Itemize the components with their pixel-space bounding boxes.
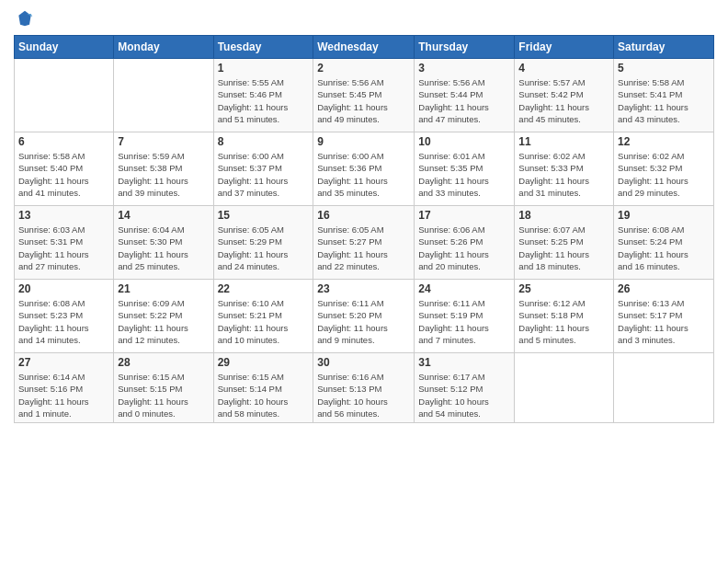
day-info: Sunrise: 6:00 AM Sunset: 5:37 PM Dayligh… <box>218 150 310 199</box>
calendar-cell: 26Sunrise: 6:13 AM Sunset: 5:17 PM Dayli… <box>614 280 714 353</box>
day-number: 31 <box>418 356 510 369</box>
calendar-cell: 17Sunrise: 6:06 AM Sunset: 5:26 PM Dayli… <box>415 206 515 280</box>
col-header-monday: Monday <box>114 36 213 59</box>
day-number: 11 <box>518 135 609 148</box>
day-info: Sunrise: 5:56 AM Sunset: 5:44 PM Dayligh… <box>418 76 510 125</box>
header-row: SundayMondayTuesdayWednesdayThursdayFrid… <box>15 36 714 59</box>
calendar-cell: 11Sunrise: 6:02 AM Sunset: 5:33 PM Dayli… <box>515 132 614 206</box>
day-number: 20 <box>18 282 109 295</box>
calendar-cell: 28Sunrise: 6:15 AM Sunset: 5:15 PM Dayli… <box>114 353 213 423</box>
day-info: Sunrise: 6:06 AM Sunset: 5:26 PM Dayligh… <box>418 224 510 272</box>
page-header <box>14 9 714 28</box>
day-number: 2 <box>317 62 410 75</box>
day-info: Sunrise: 6:08 AM Sunset: 5:24 PM Dayligh… <box>618 224 710 272</box>
calendar-cell: 1Sunrise: 5:55 AM Sunset: 5:46 PM Daylig… <box>213 59 313 132</box>
day-info: Sunrise: 6:08 AM Sunset: 5:23 PM Dayligh… <box>18 297 109 346</box>
calendar-cell <box>114 59 213 132</box>
calendar-cell: 20Sunrise: 6:08 AM Sunset: 5:23 PM Dayli… <box>15 280 114 353</box>
day-info: Sunrise: 6:07 AM Sunset: 5:25 PM Dayligh… <box>518 224 609 272</box>
day-info: Sunrise: 6:02 AM Sunset: 5:32 PM Dayligh… <box>618 150 710 199</box>
col-header-thursday: Thursday <box>415 36 515 59</box>
week-row-4: 27Sunrise: 6:14 AM Sunset: 5:16 PM Dayli… <box>15 353 714 423</box>
day-number: 22 <box>218 282 310 295</box>
day-number: 1 <box>218 62 310 75</box>
calendar-cell <box>15 59 114 132</box>
day-number: 16 <box>317 209 410 222</box>
day-number: 9 <box>317 135 410 148</box>
col-header-sunday: Sunday <box>15 36 114 59</box>
day-number: 10 <box>418 135 510 148</box>
day-info: Sunrise: 6:11 AM Sunset: 5:19 PM Dayligh… <box>418 297 510 346</box>
calendar-body: 1Sunrise: 5:55 AM Sunset: 5:46 PM Daylig… <box>15 59 714 423</box>
col-header-saturday: Saturday <box>614 36 714 59</box>
calendar-cell: 9Sunrise: 6:00 AM Sunset: 5:36 PM Daylig… <box>313 132 415 206</box>
day-info: Sunrise: 6:10 AM Sunset: 5:21 PM Dayligh… <box>218 297 310 346</box>
calendar-cell: 27Sunrise: 6:14 AM Sunset: 5:16 PM Dayli… <box>15 353 114 423</box>
day-info: Sunrise: 6:00 AM Sunset: 5:36 PM Dayligh… <box>317 150 410 199</box>
day-info: Sunrise: 6:03 AM Sunset: 5:31 PM Dayligh… <box>18 224 109 272</box>
calendar-cell: 3Sunrise: 5:56 AM Sunset: 5:44 PM Daylig… <box>415 59 515 132</box>
col-header-tuesday: Tuesday <box>213 36 313 59</box>
calendar-cell: 15Sunrise: 6:05 AM Sunset: 5:29 PM Dayli… <box>213 206 313 280</box>
calendar-cell: 29Sunrise: 6:15 AM Sunset: 5:14 PM Dayli… <box>213 353 313 423</box>
day-number: 13 <box>18 209 109 222</box>
day-number: 12 <box>618 135 710 148</box>
day-number: 3 <box>418 62 510 75</box>
day-info: Sunrise: 5:58 AM Sunset: 5:41 PM Dayligh… <box>618 76 710 125</box>
calendar-cell: 8Sunrise: 6:00 AM Sunset: 5:37 PM Daylig… <box>213 132 313 206</box>
calendar-cell: 14Sunrise: 6:04 AM Sunset: 5:30 PM Dayli… <box>114 206 213 280</box>
calendar-cell: 2Sunrise: 5:56 AM Sunset: 5:45 PM Daylig… <box>313 59 415 132</box>
calendar-cell: 13Sunrise: 6:03 AM Sunset: 5:31 PM Dayli… <box>15 206 114 280</box>
day-number: 8 <box>218 135 310 148</box>
day-info: Sunrise: 5:58 AM Sunset: 5:40 PM Dayligh… <box>18 150 109 199</box>
day-number: 17 <box>418 209 510 222</box>
week-row-1: 6Sunrise: 5:58 AM Sunset: 5:40 PM Daylig… <box>15 132 714 206</box>
calendar-header: SundayMondayTuesdayWednesdayThursdayFrid… <box>15 36 714 59</box>
day-info: Sunrise: 6:11 AM Sunset: 5:20 PM Dayligh… <box>317 297 410 346</box>
col-header-friday: Friday <box>515 36 614 59</box>
day-info: Sunrise: 5:57 AM Sunset: 5:42 PM Dayligh… <box>518 76 609 125</box>
col-header-wednesday: Wednesday <box>313 36 415 59</box>
logo-icon <box>16 9 34 28</box>
day-number: 24 <box>418 282 510 295</box>
day-info: Sunrise: 6:09 AM Sunset: 5:22 PM Dayligh… <box>118 297 209 346</box>
day-info: Sunrise: 6:17 AM Sunset: 5:12 PM Dayligh… <box>418 371 510 419</box>
day-info: Sunrise: 5:56 AM Sunset: 5:45 PM Dayligh… <box>317 76 410 125</box>
day-info: Sunrise: 6:12 AM Sunset: 5:18 PM Dayligh… <box>518 297 609 346</box>
calendar-cell: 23Sunrise: 6:11 AM Sunset: 5:20 PM Dayli… <box>313 280 415 353</box>
day-info: Sunrise: 6:01 AM Sunset: 5:35 PM Dayligh… <box>418 150 510 199</box>
calendar-cell: 25Sunrise: 6:12 AM Sunset: 5:18 PM Dayli… <box>515 280 614 353</box>
day-number: 28 <box>118 356 209 369</box>
calendar-cell: 30Sunrise: 6:16 AM Sunset: 5:13 PM Dayli… <box>313 353 415 423</box>
day-info: Sunrise: 6:15 AM Sunset: 5:15 PM Dayligh… <box>118 371 209 419</box>
day-info: Sunrise: 6:05 AM Sunset: 5:29 PM Dayligh… <box>218 224 310 272</box>
day-number: 15 <box>218 209 310 222</box>
calendar-cell: 19Sunrise: 6:08 AM Sunset: 5:24 PM Dayli… <box>614 206 714 280</box>
calendar-cell: 22Sunrise: 6:10 AM Sunset: 5:21 PM Dayli… <box>213 280 313 353</box>
day-info: Sunrise: 6:14 AM Sunset: 5:16 PM Dayligh… <box>18 371 109 419</box>
day-number: 25 <box>518 282 609 295</box>
calendar-cell: 5Sunrise: 5:58 AM Sunset: 5:41 PM Daylig… <box>614 59 714 132</box>
day-number: 23 <box>317 282 410 295</box>
calendar-cell: 10Sunrise: 6:01 AM Sunset: 5:35 PM Dayli… <box>415 132 515 206</box>
day-number: 30 <box>317 356 410 369</box>
calendar-cell: 24Sunrise: 6:11 AM Sunset: 5:19 PM Dayli… <box>415 280 515 353</box>
calendar-cell: 7Sunrise: 5:59 AM Sunset: 5:38 PM Daylig… <box>114 132 213 206</box>
day-number: 26 <box>618 282 710 295</box>
calendar-cell <box>614 353 714 423</box>
day-number: 21 <box>118 282 209 295</box>
day-info: Sunrise: 6:04 AM Sunset: 5:30 PM Dayligh… <box>118 224 209 272</box>
calendar-cell: 4Sunrise: 5:57 AM Sunset: 5:42 PM Daylig… <box>515 59 614 132</box>
calendar-cell: 16Sunrise: 6:05 AM Sunset: 5:27 PM Dayli… <box>313 206 415 280</box>
day-number: 5 <box>618 62 710 75</box>
day-info: Sunrise: 6:13 AM Sunset: 5:17 PM Dayligh… <box>618 297 710 346</box>
day-number: 4 <box>518 62 609 75</box>
day-info: Sunrise: 6:02 AM Sunset: 5:33 PM Dayligh… <box>518 150 609 199</box>
calendar-table: SundayMondayTuesdayWednesdayThursdayFrid… <box>14 35 714 423</box>
day-info: Sunrise: 6:16 AM Sunset: 5:13 PM Dayligh… <box>317 371 410 419</box>
week-row-2: 13Sunrise: 6:03 AM Sunset: 5:31 PM Dayli… <box>15 206 714 280</box>
calendar-cell: 21Sunrise: 6:09 AM Sunset: 5:22 PM Dayli… <box>114 280 213 353</box>
calendar-cell: 6Sunrise: 5:58 AM Sunset: 5:40 PM Daylig… <box>15 132 114 206</box>
day-number: 19 <box>618 209 710 222</box>
day-number: 6 <box>18 135 109 148</box>
